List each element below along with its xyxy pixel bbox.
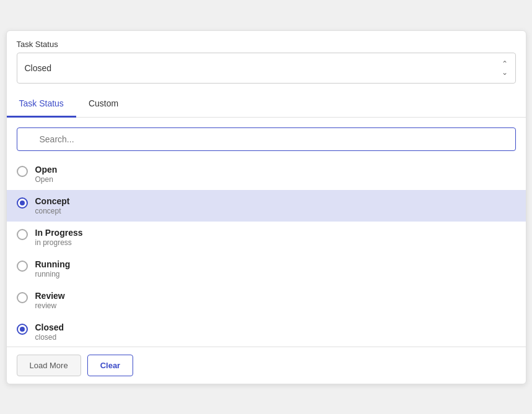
list-item[interactable]: Running running	[7, 253, 526, 285]
option-text-open: Open Open	[35, 165, 58, 184]
list-item[interactable]: Open Open	[7, 158, 526, 190]
footer-buttons: Load More Clear	[7, 347, 526, 384]
options-wrapper: Open Open Concept concept In Progress in…	[7, 156, 526, 347]
option-text-review: Review review	[35, 291, 65, 310]
filter-panel: Task Status Closed ⌃⌄ Task Status Custom	[6, 30, 526, 384]
list-item[interactable]: Concept concept	[7, 190, 526, 222]
radio-review[interactable]	[17, 292, 28, 303]
search-container	[7, 118, 526, 156]
task-status-dropdown[interactable]: Closed ⌃⌄	[17, 53, 516, 84]
clear-button[interactable]: Clear	[87, 355, 134, 376]
list-item[interactable]: In Progress in progress	[7, 222, 526, 253]
tab-bar: Task Status Custom	[7, 91, 526, 118]
radio-running[interactable]	[17, 261, 28, 272]
search-input[interactable]	[17, 127, 516, 151]
task-status-label: Task Status	[7, 31, 526, 53]
list-item[interactable]: Review review	[7, 285, 526, 316]
radio-concept[interactable]	[17, 197, 28, 209]
option-text-in-progress: In Progress in progress	[35, 228, 83, 247]
search-wrapper	[17, 127, 516, 151]
list-item[interactable]: Closed closed	[7, 316, 526, 344]
option-text-concept: Concept concept	[35, 196, 70, 215]
chevron-updown-icon: ⌃⌄	[502, 59, 508, 77]
option-text-running: Running running	[35, 259, 71, 278]
option-text-closed: Closed closed	[35, 322, 64, 342]
load-more-button[interactable]: Load More	[17, 355, 81, 376]
radio-open[interactable]	[17, 166, 28, 177]
options-list: Open Open Concept concept In Progress in…	[7, 156, 526, 347]
tab-custom[interactable]: Custom	[76, 91, 131, 118]
radio-closed[interactable]	[17, 324, 28, 335]
dropdown-value: Closed	[25, 63, 52, 73]
tab-task-status[interactable]: Task Status	[7, 91, 76, 118]
radio-in-progress[interactable]	[17, 229, 28, 240]
